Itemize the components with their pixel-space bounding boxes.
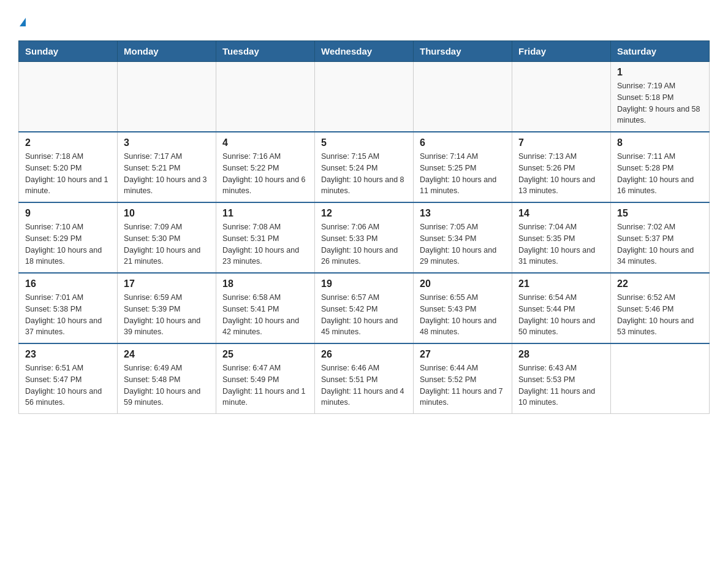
day-number: 18 xyxy=(222,278,308,289)
day-number: 16 xyxy=(25,278,111,289)
day-info: Sunrise: 7:04 AM Sunset: 5:35 PM Dayligh… xyxy=(518,221,604,267)
day-number: 24 xyxy=(124,349,210,360)
day-number: 13 xyxy=(420,208,506,219)
day-info: Sunrise: 6:44 AM Sunset: 5:52 PM Dayligh… xyxy=(420,362,506,408)
calendar-day-cell xyxy=(611,343,710,414)
weekday-header-monday: Monday xyxy=(118,41,216,62)
day-info: Sunrise: 7:06 AM Sunset: 5:33 PM Dayligh… xyxy=(321,221,407,267)
calendar-day-cell: 23Sunrise: 6:51 AM Sunset: 5:47 PM Dayli… xyxy=(19,343,118,414)
day-info: Sunrise: 7:02 AM Sunset: 5:37 PM Dayligh… xyxy=(617,221,703,267)
day-info: Sunrise: 6:52 AM Sunset: 5:46 PM Dayligh… xyxy=(617,292,703,338)
calendar-day-cell: 14Sunrise: 7:04 AM Sunset: 5:35 PM Dayli… xyxy=(512,202,611,273)
calendar-day-cell: 28Sunrise: 6:43 AM Sunset: 5:53 PM Dayli… xyxy=(512,343,611,414)
calendar-day-cell: 22Sunrise: 6:52 AM Sunset: 5:46 PM Dayli… xyxy=(611,273,710,343)
day-number: 25 xyxy=(222,349,308,360)
day-number: 8 xyxy=(617,137,703,148)
day-number: 20 xyxy=(420,278,506,289)
weekday-header-saturday: Saturday xyxy=(611,41,710,62)
day-info: Sunrise: 6:57 AM Sunset: 5:42 PM Dayligh… xyxy=(321,292,407,338)
calendar-day-cell: 6Sunrise: 7:14 AM Sunset: 5:25 PM Daylig… xyxy=(414,132,512,202)
day-info: Sunrise: 6:54 AM Sunset: 5:44 PM Dayligh… xyxy=(518,292,604,338)
calendar-day-cell: 10Sunrise: 7:09 AM Sunset: 5:30 PM Dayli… xyxy=(118,202,216,273)
logo-triangle-icon xyxy=(20,18,26,26)
calendar-day-cell: 20Sunrise: 6:55 AM Sunset: 5:43 PM Dayli… xyxy=(414,273,512,343)
day-info: Sunrise: 7:15 AM Sunset: 5:24 PM Dayligh… xyxy=(321,151,407,197)
calendar-day-cell: 11Sunrise: 7:08 AM Sunset: 5:31 PM Dayli… xyxy=(216,202,315,273)
day-info: Sunrise: 6:58 AM Sunset: 5:41 PM Dayligh… xyxy=(222,292,308,338)
calendar-day-cell: 19Sunrise: 6:57 AM Sunset: 5:42 PM Dayli… xyxy=(315,273,414,343)
day-info: Sunrise: 7:01 AM Sunset: 5:38 PM Dayligh… xyxy=(25,292,111,338)
calendar-day-cell: 18Sunrise: 6:58 AM Sunset: 5:41 PM Dayli… xyxy=(216,273,315,343)
weekday-header-sunday: Sunday xyxy=(19,41,118,62)
calendar-day-cell: 2Sunrise: 7:18 AM Sunset: 5:20 PM Daylig… xyxy=(19,132,118,202)
weekday-header-row: SundayMondayTuesdayWednesdayThursdayFrid… xyxy=(19,41,710,62)
day-info: Sunrise: 6:43 AM Sunset: 5:53 PM Dayligh… xyxy=(518,362,604,408)
calendar-day-cell: 17Sunrise: 6:59 AM Sunset: 5:39 PM Dayli… xyxy=(118,273,216,343)
page-header xyxy=(18,12,710,28)
calendar-day-cell xyxy=(315,62,414,132)
day-info: Sunrise: 7:19 AM Sunset: 5:18 PM Dayligh… xyxy=(617,80,703,126)
calendar-day-cell: 12Sunrise: 7:06 AM Sunset: 5:33 PM Dayli… xyxy=(315,202,414,273)
day-info: Sunrise: 6:46 AM Sunset: 5:51 PM Dayligh… xyxy=(321,362,407,408)
day-info: Sunrise: 7:05 AM Sunset: 5:34 PM Dayligh… xyxy=(420,221,506,267)
calendar-day-cell: 16Sunrise: 7:01 AM Sunset: 5:38 PM Dayli… xyxy=(19,273,118,343)
day-number: 9 xyxy=(25,208,111,219)
day-info: Sunrise: 7:08 AM Sunset: 5:31 PM Dayligh… xyxy=(222,221,308,267)
calendar-day-cell xyxy=(118,62,216,132)
calendar-day-cell: 26Sunrise: 6:46 AM Sunset: 5:51 PM Dayli… xyxy=(315,343,414,414)
day-info: Sunrise: 7:18 AM Sunset: 5:20 PM Dayligh… xyxy=(25,151,111,197)
calendar-day-cell xyxy=(414,62,512,132)
calendar-day-cell: 13Sunrise: 7:05 AM Sunset: 5:34 PM Dayli… xyxy=(414,202,512,273)
day-info: Sunrise: 6:51 AM Sunset: 5:47 PM Dayligh… xyxy=(25,362,111,408)
day-info: Sunrise: 6:59 AM Sunset: 5:39 PM Dayligh… xyxy=(124,292,210,338)
logo xyxy=(18,12,26,28)
day-info: Sunrise: 7:13 AM Sunset: 5:26 PM Dayligh… xyxy=(518,151,604,197)
day-number: 21 xyxy=(518,278,604,289)
day-info: Sunrise: 7:17 AM Sunset: 5:21 PM Dayligh… xyxy=(124,151,210,197)
day-info: Sunrise: 6:49 AM Sunset: 5:48 PM Dayligh… xyxy=(124,362,210,408)
calendar-day-cell: 21Sunrise: 6:54 AM Sunset: 5:44 PM Dayli… xyxy=(512,273,611,343)
calendar-week-row: 16Sunrise: 7:01 AM Sunset: 5:38 PM Dayli… xyxy=(19,273,710,343)
weekday-header-wednesday: Wednesday xyxy=(315,41,414,62)
weekday-header-friday: Friday xyxy=(512,41,611,62)
calendar-day-cell: 3Sunrise: 7:17 AM Sunset: 5:21 PM Daylig… xyxy=(118,132,216,202)
calendar-day-cell: 5Sunrise: 7:15 AM Sunset: 5:24 PM Daylig… xyxy=(315,132,414,202)
calendar-week-row: 23Sunrise: 6:51 AM Sunset: 5:47 PM Dayli… xyxy=(19,343,710,414)
calendar-day-cell: 24Sunrise: 6:49 AM Sunset: 5:48 PM Dayli… xyxy=(118,343,216,414)
day-number: 6 xyxy=(420,137,506,148)
calendar-day-cell: 1Sunrise: 7:19 AM Sunset: 5:18 PM Daylig… xyxy=(611,62,710,132)
day-number: 7 xyxy=(518,137,604,148)
day-info: Sunrise: 7:10 AM Sunset: 5:29 PM Dayligh… xyxy=(25,221,111,267)
day-number: 14 xyxy=(518,208,604,219)
day-number: 15 xyxy=(617,208,703,219)
day-number: 1 xyxy=(617,67,703,78)
day-info: Sunrise: 7:16 AM Sunset: 5:22 PM Dayligh… xyxy=(222,151,308,197)
day-number: 5 xyxy=(321,137,407,148)
calendar-week-row: 9Sunrise: 7:10 AM Sunset: 5:29 PM Daylig… xyxy=(19,202,710,273)
calendar-day-cell xyxy=(216,62,315,132)
calendar-week-row: 1Sunrise: 7:19 AM Sunset: 5:18 PM Daylig… xyxy=(19,62,710,132)
weekday-header-tuesday: Tuesday xyxy=(216,41,315,62)
day-number: 19 xyxy=(321,278,407,289)
day-number: 26 xyxy=(321,349,407,360)
day-info: Sunrise: 7:11 AM Sunset: 5:28 PM Dayligh… xyxy=(617,151,703,197)
calendar-day-cell: 8Sunrise: 7:11 AM Sunset: 5:28 PM Daylig… xyxy=(611,132,710,202)
calendar-table: SundayMondayTuesdayWednesdayThursdayFrid… xyxy=(18,40,710,414)
calendar-day-cell: 7Sunrise: 7:13 AM Sunset: 5:26 PM Daylig… xyxy=(512,132,611,202)
day-number: 3 xyxy=(124,137,210,148)
weekday-header-thursday: Thursday xyxy=(414,41,512,62)
day-number: 28 xyxy=(518,349,604,360)
day-info: Sunrise: 7:09 AM Sunset: 5:30 PM Dayligh… xyxy=(124,221,210,267)
day-number: 11 xyxy=(222,208,308,219)
calendar-day-cell: 9Sunrise: 7:10 AM Sunset: 5:29 PM Daylig… xyxy=(19,202,118,273)
day-number: 27 xyxy=(420,349,506,360)
day-info: Sunrise: 7:14 AM Sunset: 5:25 PM Dayligh… xyxy=(420,151,506,197)
day-number: 10 xyxy=(124,208,210,219)
calendar-day-cell xyxy=(512,62,611,132)
calendar-day-cell: 25Sunrise: 6:47 AM Sunset: 5:49 PM Dayli… xyxy=(216,343,315,414)
day-number: 2 xyxy=(25,137,111,148)
day-info: Sunrise: 6:55 AM Sunset: 5:43 PM Dayligh… xyxy=(420,292,506,338)
calendar-day-cell: 4Sunrise: 7:16 AM Sunset: 5:22 PM Daylig… xyxy=(216,132,315,202)
calendar-day-cell xyxy=(19,62,118,132)
calendar-week-row: 2Sunrise: 7:18 AM Sunset: 5:20 PM Daylig… xyxy=(19,132,710,202)
